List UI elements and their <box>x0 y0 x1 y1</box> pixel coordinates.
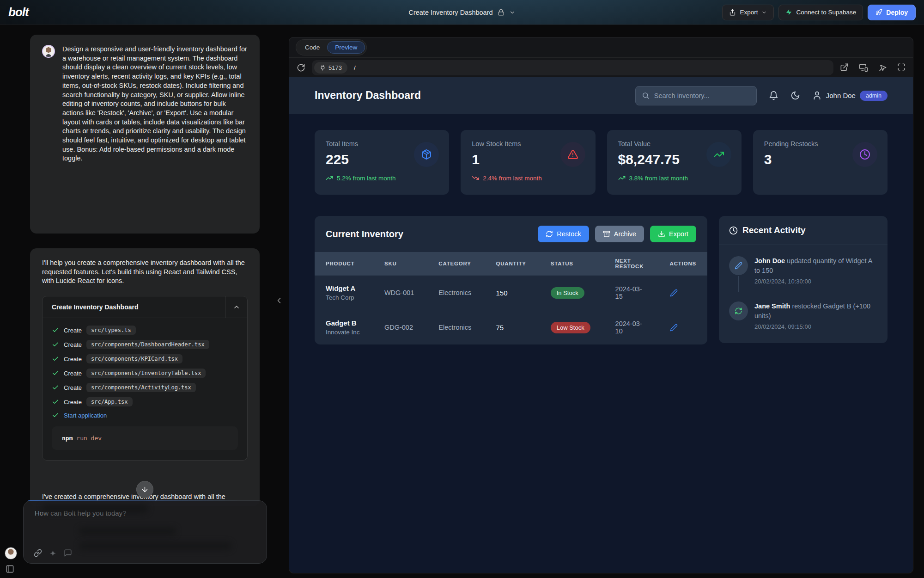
inspector-toggle-icon[interactable] <box>878 63 887 72</box>
bell-icon[interactable] <box>769 91 778 100</box>
table-row[interactable]: Widget A Tech Corp WDG-001 Electronics 1… <box>315 276 707 310</box>
tool-card: Create Inventory Dashboard Create src/ty… <box>42 296 248 461</box>
col-category[interactable]: Category <box>427 252 485 276</box>
col-sku[interactable]: SKU <box>373 252 427 276</box>
chevron-left-icon <box>274 296 284 305</box>
tool-step: Create src/components/InventoryTable.tsx <box>52 369 238 378</box>
file-chip[interactable]: src/App.tsx <box>86 397 132 406</box>
attach-link-icon[interactable] <box>34 549 42 557</box>
chat-mode-icon[interactable] <box>64 549 72 557</box>
file-chip[interactable]: src/components/DashboardHeader.tsx <box>86 340 209 349</box>
user-avatar-small[interactable] <box>5 547 17 560</box>
bolt-logo[interactable]: bolt <box>8 5 29 19</box>
edit-pencil-icon[interactable] <box>670 324 696 332</box>
file-chip[interactable]: src/components/KPICard.tsx <box>86 354 182 363</box>
assistant-intro-text: I'll help you create a comprehensive inv… <box>42 258 248 286</box>
refresh-icon <box>729 301 748 320</box>
chat-input-container <box>23 500 267 564</box>
activity-user: Jane Smith <box>754 302 790 310</box>
search-input[interactable] <box>654 92 750 99</box>
terminal-command: npm run dev <box>52 426 238 450</box>
tab-preview[interactable]: Preview <box>327 41 365 54</box>
file-chip[interactable]: src/types.ts <box>86 326 136 335</box>
open-external-icon[interactable] <box>840 63 849 72</box>
edit-pencil-icon[interactable] <box>670 289 696 297</box>
kpi-grid: Total Items 225 5.2% from last month Low… <box>315 130 888 195</box>
dark-mode-toggle-moon-icon[interactable] <box>790 91 800 100</box>
check-icon <box>52 355 59 363</box>
current-inventory-card: Current Inventory Restock Archive <box>315 216 707 344</box>
code-preview-toggle: Code Preview <box>296 39 367 55</box>
chevron-down-icon <box>761 10 767 15</box>
sparkles-icon[interactable] <box>49 549 57 557</box>
lock-icon <box>498 9 505 16</box>
chevron-down-icon[interactable] <box>509 9 516 16</box>
tool-step: Create src/components/KPICard.tsx <box>52 354 238 363</box>
supplier-name: Tech Corp <box>326 294 362 301</box>
table-row[interactable]: Gadget B Innovate Inc GDG-002 Electronic… <box>315 310 707 345</box>
user-icon <box>812 91 822 100</box>
refresh-icon <box>546 230 553 238</box>
scroll-to-bottom-button[interactable] <box>136 481 153 498</box>
file-chip[interactable]: src/components/InventoryTable.tsx <box>86 369 206 378</box>
collapse-chat-panel-button[interactable] <box>274 296 284 305</box>
archive-button[interactable]: Archive <box>595 226 644 242</box>
col-next-restock[interactable]: Next Restock <box>604 252 659 276</box>
col-quantity[interactable]: Quantity <box>485 252 539 276</box>
status-badge: Low Stock <box>551 322 590 333</box>
product-name: Widget A <box>326 284 362 292</box>
category-cell: Electronics <box>427 276 485 310</box>
device-preview-icon[interactable] <box>859 63 868 72</box>
edit-pencil-icon <box>729 256 748 275</box>
col-product[interactable]: Product <box>315 252 373 276</box>
fullscreen-icon[interactable] <box>897 63 906 72</box>
connect-supabase-button[interactable]: Connect to Supabase <box>778 5 863 20</box>
trending-up-icon <box>706 142 731 167</box>
export-button[interactable]: Export <box>722 5 774 20</box>
port-pill[interactable]: 5173 <box>314 62 347 74</box>
collapse-tool-card-button[interactable] <box>225 296 247 318</box>
kpi-card-low-stock: Low Stock Items 1 2.4% from last month <box>461 130 595 195</box>
project-title[interactable]: Create Inventory Dashboard <box>408 9 492 16</box>
inventory-table: Product SKU Category Quantity Status Nex… <box>315 252 707 344</box>
download-icon <box>658 230 665 238</box>
url-bar[interactable]: 5173 / <box>312 60 833 75</box>
file-chip[interactable]: src/components/ActivityLog.tsx <box>86 383 196 392</box>
check-icon <box>52 412 59 419</box>
sku-cell: WDG-001 <box>373 276 427 310</box>
supplier-name: Innovate Inc <box>326 329 362 336</box>
user-avatar <box>42 45 55 58</box>
role-badge: admin <box>860 91 888 101</box>
user-name: John Doe <box>826 92 856 99</box>
dashboard-header: Inventory Dashboard John Doe admin <box>289 77 913 114</box>
tab-code[interactable]: Code <box>298 42 327 53</box>
export-csv-button[interactable]: Export <box>650 226 696 242</box>
alert-triangle-icon <box>560 142 585 167</box>
reload-icon[interactable] <box>297 63 305 72</box>
activity-timestamp: 20/02/2024, 09:15:00 <box>754 323 877 330</box>
sidebar-toggle-icon[interactable] <box>6 565 14 573</box>
tool-step: Create src/App.tsx <box>52 397 238 406</box>
clock-icon <box>729 226 738 235</box>
check-icon <box>52 384 59 391</box>
user-menu[interactable]: John Doe admin <box>812 91 888 101</box>
start-application-link[interactable]: Start application <box>64 412 107 419</box>
archive-icon <box>603 230 610 238</box>
list-item: Jane Smith restocked Gadget B (+100 unit… <box>729 301 877 330</box>
trending-down-icon <box>472 174 479 182</box>
deploy-button[interactable]: Deploy <box>868 5 916 20</box>
tool-step: Create src/components/DashboardHeader.ts… <box>52 340 238 349</box>
trending-up-icon <box>618 174 626 182</box>
redacted-content <box>79 528 176 535</box>
check-icon <box>52 369 59 377</box>
topbar: bolt Create Inventory Dashboard Export C… <box>0 0 924 25</box>
inventory-dashboard-app: Inventory Dashboard John Doe admin <box>289 77 913 573</box>
page-title: Inventory Dashboard <box>315 89 421 102</box>
trending-up-icon <box>326 174 333 182</box>
clock-icon <box>852 142 877 167</box>
supabase-bolt-icon <box>785 9 792 16</box>
col-status[interactable]: Status <box>540 252 604 276</box>
share-icon <box>729 9 736 16</box>
product-name: Gadget B <box>326 319 362 327</box>
restock-button[interactable]: Restock <box>538 226 589 242</box>
